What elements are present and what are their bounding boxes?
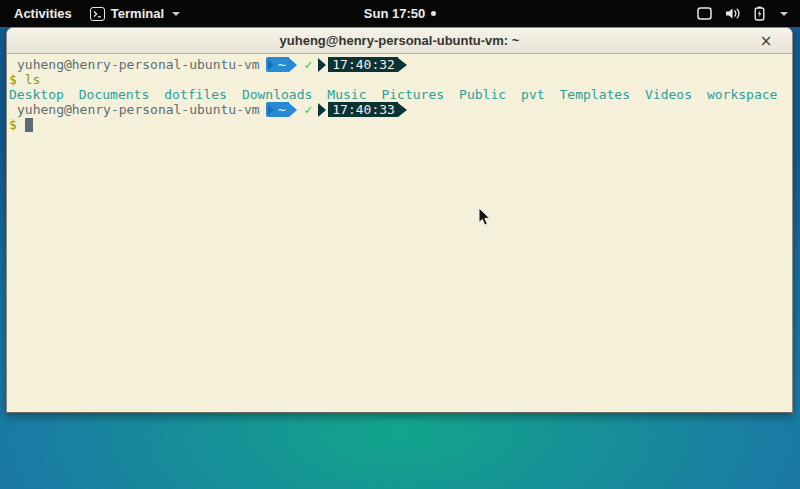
- terminal-glyph-icon: [92, 9, 103, 19]
- prompt-line: yuheng@henry-personal-ubuntu-vm ~ ✓ 17:4…: [9, 57, 790, 72]
- app-menu-label: Terminal: [111, 6, 164, 21]
- chevron-down-icon: [172, 12, 180, 16]
- file-entry: Templates: [560, 87, 630, 102]
- file-entry: dotfiles: [164, 87, 227, 102]
- file-entry: Documents: [79, 87, 149, 102]
- powerline-arrow-icon: [289, 58, 297, 72]
- file-entry: pvt: [521, 87, 544, 102]
- prompt-cwd: ~: [278, 102, 286, 117]
- notification-dot-icon: [431, 11, 436, 16]
- input-line[interactable]: $: [9, 117, 790, 132]
- status-check-icon: ✓: [304, 57, 312, 72]
- prompt-cwd: ~: [278, 57, 286, 72]
- prompt-time: 17:40:32: [328, 57, 398, 72]
- file-entry: Public: [459, 87, 506, 102]
- battery-charging-icon: [754, 6, 765, 21]
- terminal-content[interactable]: yuheng@henry-personal-ubuntu-vm ~ ✓ 17:4…: [7, 54, 792, 412]
- powerline-arrow-icon: [398, 103, 407, 117]
- app-menu-button[interactable]: Terminal: [90, 6, 180, 21]
- file-entry: Videos: [645, 87, 692, 102]
- file-entry: Desktop: [9, 87, 64, 102]
- powerline-arrow-icon: [398, 58, 407, 72]
- window-title: yuheng@henry-personal-ubuntu-vm: ~: [280, 33, 520, 48]
- terminal-window: yuheng@henry-personal-ubuntu-vm: ~ × yuh…: [6, 27, 793, 413]
- prompt-line: yuheng@henry-personal-ubuntu-vm ~ ✓ 17:4…: [9, 102, 790, 117]
- activities-button[interactable]: Activities: [10, 6, 76, 21]
- command-line: $ ls: [9, 72, 790, 87]
- window-titlebar[interactable]: yuheng@henry-personal-ubuntu-vm: ~ ×: [7, 28, 792, 54]
- prompt-host: yuheng@henry-personal-ubuntu-vm: [17, 102, 260, 117]
- prompt-time: 17:40:33: [328, 102, 398, 117]
- typed-command: ls: [25, 72, 41, 87]
- terminal-app-icon: [90, 7, 105, 21]
- file-entry: Downloads: [242, 87, 312, 102]
- prompt-dollar: $: [9, 72, 17, 87]
- powerline-arrow-icon: [289, 103, 297, 117]
- chevron-right-icon: [268, 60, 274, 70]
- screen-icon: [697, 7, 712, 20]
- file-entry: Pictures: [381, 87, 444, 102]
- clock[interactable]: Sun 17:50: [364, 6, 425, 21]
- prompt-cwd-segment: ~: [266, 102, 290, 117]
- system-status-area[interactable]: [697, 6, 788, 21]
- ls-output: DesktopDocumentsdotfilesDownloadsMusicPi…: [9, 87, 790, 102]
- volume-icon: [725, 7, 741, 20]
- chevron-down-icon: [780, 12, 788, 16]
- close-button[interactable]: ×: [756, 28, 776, 54]
- file-entry: Music: [327, 87, 366, 102]
- powerline-arrow-icon: [318, 58, 326, 72]
- prompt-cwd-segment: ~: [266, 57, 290, 72]
- prompt-host: yuheng@henry-personal-ubuntu-vm: [17, 57, 260, 72]
- file-entry: workspace: [707, 87, 777, 102]
- top-bar: Activities Terminal Sun 17:50: [0, 0, 800, 27]
- text-cursor: [25, 118, 33, 132]
- powerline-arrow-icon: [318, 103, 326, 117]
- status-check-icon: ✓: [304, 102, 312, 117]
- chevron-right-icon: [268, 105, 274, 115]
- prompt-dollar: $: [9, 117, 17, 132]
